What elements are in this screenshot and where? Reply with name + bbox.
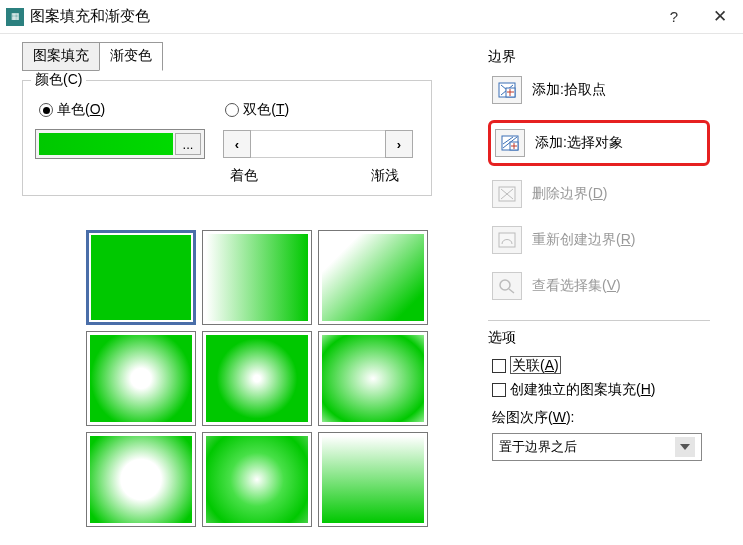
- add-select-objects-label: 添加:选择对象: [535, 134, 623, 152]
- gradient-pattern-6[interactable]: [318, 331, 428, 426]
- radio-two-label: 双色(T): [243, 101, 289, 119]
- draw-order-select[interactable]: 置于边界之后: [492, 433, 702, 461]
- svg-line-17: [509, 289, 514, 293]
- remove-boundary-label: 删除边界(D): [532, 185, 607, 203]
- boundary-section-title: 边界: [488, 48, 710, 66]
- view-selection-row: 查看选择集(V): [492, 272, 710, 300]
- select-objects-icon: [501, 135, 519, 151]
- section-divider: [488, 320, 710, 321]
- recreate-boundary-label: 重新创建边界(R): [532, 231, 635, 249]
- add-select-objects-button[interactable]: [495, 129, 525, 157]
- titlebar: ▦ 图案填充和渐变色 ? ✕: [0, 0, 743, 34]
- separate-hatch-row[interactable]: 创建独立的图案填充(H): [492, 381, 710, 399]
- gradient-pattern-5[interactable]: [202, 331, 312, 426]
- recreate-boundary-row: 重新创建边界(R): [492, 226, 710, 254]
- associative-row[interactable]: 关联(A): [492, 357, 710, 375]
- draw-order-label: 绘图次序(W):: [492, 409, 710, 427]
- remove-boundary-icon: [498, 186, 516, 202]
- view-selection-label: 查看选择集(V): [532, 277, 621, 295]
- draw-order-value: 置于边界之后: [499, 438, 577, 456]
- gradient-pattern-2[interactable]: [202, 230, 312, 325]
- shade-label: 渐浅: [371, 167, 399, 185]
- remove-boundary-row: 删除边界(D): [492, 180, 710, 208]
- color-swatch-control: ...: [35, 129, 205, 159]
- tab-gradient[interactable]: 渐变色: [99, 42, 163, 71]
- radio-single-color[interactable]: 单色(O): [39, 101, 105, 119]
- add-pick-points-row: 添加:拾取点: [492, 76, 710, 104]
- radio-single-label: 单色(O): [57, 101, 105, 119]
- add-pick-points-button[interactable]: [492, 76, 522, 104]
- color-swatch[interactable]: [39, 133, 173, 155]
- recreate-boundary-button: [492, 226, 522, 254]
- separate-hatch-label: 创建独立的图案填充(H): [510, 381, 655, 399]
- recreate-boundary-icon: [498, 232, 516, 248]
- slider-labels: 着色 渐浅: [35, 167, 419, 185]
- separate-hatch-checkbox[interactable]: [492, 383, 506, 397]
- slider-left-button[interactable]: ‹: [223, 130, 251, 158]
- gradient-pattern-9[interactable]: [318, 432, 428, 527]
- close-button[interactable]: ✕: [697, 0, 743, 34]
- tint-label: 着色: [230, 167, 258, 185]
- help-button[interactable]: ?: [651, 0, 697, 34]
- view-selection-button: [492, 272, 522, 300]
- options-section-title: 选项: [488, 329, 710, 347]
- window-title: 图案填充和渐变色: [30, 7, 150, 26]
- color-browse-button[interactable]: ...: [175, 133, 201, 155]
- radio-two-color[interactable]: 双色(T): [225, 101, 289, 119]
- magnifier-icon: [498, 278, 516, 294]
- remove-boundary-button: [492, 180, 522, 208]
- associative-label: 关联(A): [510, 357, 561, 375]
- color-group: 颜色(C) 单色(O) 双色(T) ... ‹: [22, 80, 432, 196]
- radio-dot-icon: [39, 103, 53, 117]
- chevron-down-icon: [675, 437, 695, 457]
- add-select-objects-row: 添加:选择对象: [488, 120, 710, 166]
- radio-empty-icon: [225, 103, 239, 117]
- associative-checkbox[interactable]: [492, 359, 506, 373]
- gradient-pattern-4[interactable]: [86, 331, 196, 426]
- gradient-pattern-7[interactable]: [86, 432, 196, 527]
- pick-points-icon: [498, 82, 516, 98]
- gradient-pattern-8[interactable]: [202, 432, 312, 527]
- tab-hatch[interactable]: 图案填充: [22, 42, 100, 71]
- app-icon: ▦: [6, 8, 24, 26]
- add-pick-points-label: 添加:拾取点: [532, 81, 606, 99]
- gradient-pattern-1[interactable]: [86, 230, 196, 325]
- slider-track[interactable]: [251, 130, 385, 158]
- gradient-pattern-grid: [86, 230, 480, 527]
- svg-point-16: [500, 280, 510, 290]
- slider-right-button[interactable]: ›: [385, 130, 413, 158]
- color-group-title: 颜色(C): [31, 71, 86, 89]
- gradient-pattern-3[interactable]: [318, 230, 428, 325]
- tint-slider: ‹ ›: [223, 130, 413, 158]
- tabstrip: 图案填充 渐变色: [22, 42, 480, 71]
